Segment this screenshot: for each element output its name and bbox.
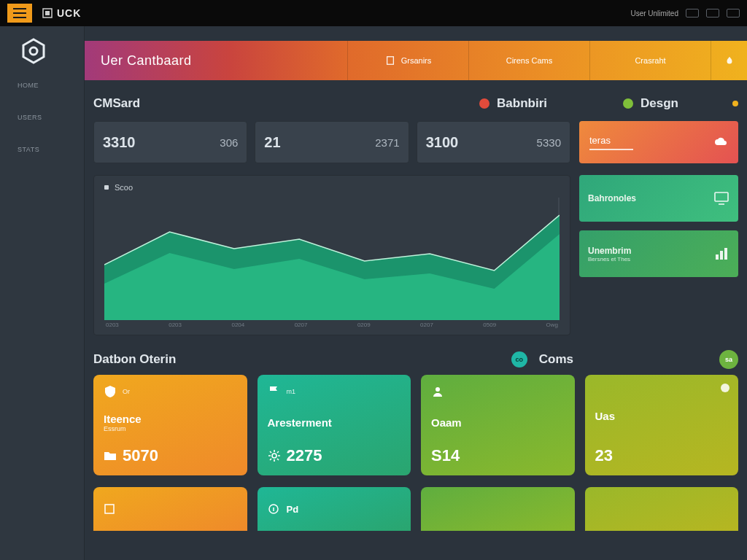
stat-0[interactable]: 3310 306 [93, 121, 247, 163]
tile-2-metric: S14 [431, 446, 565, 465]
tile-grid-2: Pd [93, 487, 738, 531]
dot-icon [721, 384, 729, 392]
topbar-chip-3[interactable] [727, 9, 740, 18]
xtick-5: 0207 [420, 322, 433, 328]
badge-right[interactable]: sa [719, 350, 738, 369]
folder-icon [104, 449, 117, 462]
hero-nav-2[interactable]: Crasraht [589, 41, 711, 80]
action-card-underline [589, 149, 633, 150]
stat-1[interactable]: 21 2371 [255, 121, 409, 163]
xtick-0: 0203 [106, 322, 119, 328]
area-chart [104, 198, 560, 320]
flag-icon [268, 385, 281, 398]
svg-rect-4 [387, 57, 393, 65]
infocard-1[interactable]: UnembrimBersnes et Thes [579, 230, 738, 277]
tile-1-title: Aresterment [268, 416, 401, 429]
info-icon [268, 503, 279, 515]
app-logo-icon [20, 38, 47, 64]
hero-nav-settings[interactable] [711, 41, 747, 80]
section-headers: CMSard Babnbiri Desgn [93, 96, 738, 111]
tile2-0[interactable] [93, 487, 247, 531]
tile-3[interactable]: Uas 23 [585, 375, 739, 475]
tile2-1-label: Pd [287, 504, 299, 515]
action-card[interactable]: teras [579, 121, 738, 163]
chart-area[interactable] [104, 198, 560, 320]
tile-1-metric: 2275 [287, 446, 322, 465]
stat-1-value: 21 [264, 134, 280, 151]
topbar: UCK User Unlimited [0, 0, 747, 26]
svg-rect-14 [105, 505, 114, 513]
stat-row: 3310 306 21 2371 3100 5330 [93, 121, 570, 163]
hero-nav-0-label: Grsanirs [401, 56, 432, 65]
svg-rect-10 [720, 251, 723, 260]
stat-1-right: 2371 [375, 136, 399, 149]
hero-nav-2-label: Crasraht [635, 56, 665, 65]
section-left-label: CMSard [93, 96, 140, 111]
infocard-1-sub: Bersnes et Thes [588, 256, 631, 262]
sidebar-item-0[interactable]: HOME [0, 82, 84, 89]
action-card-label: teras [589, 135, 633, 146]
stat-0-value: 3310 [103, 134, 136, 151]
section-mid: Babnbiri [479, 96, 547, 111]
svg-point-13 [436, 387, 440, 392]
chart-title-text: Scoo [115, 183, 133, 192]
tile-2[interactable]: Oaam S14 [421, 375, 575, 475]
status-dot-green [623, 98, 633, 109]
bullet-icon [104, 185, 109, 190]
monitor-icon [713, 190, 729, 206]
tile-2-title: Oaam [431, 416, 565, 429]
xtick-4: 0209 [357, 322, 371, 328]
menu-button[interactable] [7, 4, 32, 23]
main: Uer Cantbaard Grsanirs Cirens Cams Crasr… [85, 26, 747, 560]
stat-0-right: 306 [220, 136, 238, 149]
shield-icon [104, 385, 117, 398]
tile2-1[interactable]: Pd [258, 487, 411, 531]
svg-rect-7 [715, 192, 728, 201]
sidebar-item-2[interactable]: STATS [0, 146, 84, 153]
cloud-icon [713, 135, 728, 149]
topbar-chip-1[interactable] [686, 9, 699, 18]
brand-text: UCK [57, 7, 81, 19]
hero-nav-0[interactable]: Grsanirs [347, 41, 468, 80]
svg-point-3 [30, 47, 37, 55]
xtick-2: 0204 [231, 322, 244, 328]
tile-0-title: Iteence [104, 413, 237, 425]
badge-left[interactable]: co [511, 351, 527, 368]
xtick-6: 0509 [483, 322, 496, 328]
topbar-right: User Unlimited [630, 9, 740, 18]
infocard-0-title: Bahronoles [588, 193, 636, 203]
chart-panel: Scoo 0203 0203 0204 0207 0209 0207 [93, 175, 570, 335]
section-right: Desgn [623, 96, 678, 111]
hero-bar: Uer Cantbaard Grsanirs Cirens Cams Crasr… [85, 41, 747, 80]
tile-0[interactable]: Or IteenceEssrum 5070 [93, 375, 247, 475]
hero-nav: Grsanirs Cirens Cams Crasraht [347, 41, 747, 80]
flame-icon [724, 55, 735, 66]
svg-rect-1 [45, 11, 50, 15]
stat-2[interactable]: 3100 5330 [417, 121, 570, 163]
user-label: User Unlimited [630, 9, 678, 18]
tile2-3[interactable] [585, 487, 739, 531]
topbar-chip-2[interactable] [706, 9, 719, 18]
sidebar-item-1[interactable]: USERS [0, 114, 84, 121]
hamburger-icon [13, 8, 26, 18]
bar-chart-icon [713, 246, 729, 262]
xtick-3: 0207 [295, 322, 308, 328]
status-dot-yellow [732, 101, 738, 106]
square-icon [104, 503, 115, 515]
stat-2-right: 5330 [537, 136, 561, 149]
hero-nav-1[interactable]: Cirens Cams [468, 41, 589, 80]
xtick-1: 0203 [169, 322, 182, 328]
svg-point-12 [272, 454, 276, 458]
infocard-0[interactable]: Bahronoles [579, 175, 738, 222]
tile2-2[interactable] [421, 487, 575, 531]
svg-rect-11 [724, 248, 727, 260]
section-right-label: Desgn [640, 96, 678, 111]
chart-xaxis: 0203 0203 0204 0207 0209 0207 0509 Owg [104, 322, 560, 328]
svg-rect-9 [716, 254, 719, 260]
chart-title: Scoo [104, 183, 560, 192]
infocards: Bahronoles UnembrimBersnes et Thes [579, 175, 738, 277]
brand-icon [42, 8, 53, 18]
tile-1[interactable]: m1 Aresterment 2275 [258, 375, 411, 475]
status-dot-red [479, 98, 489, 109]
page-title: Uer Cantbaard [85, 41, 347, 80]
